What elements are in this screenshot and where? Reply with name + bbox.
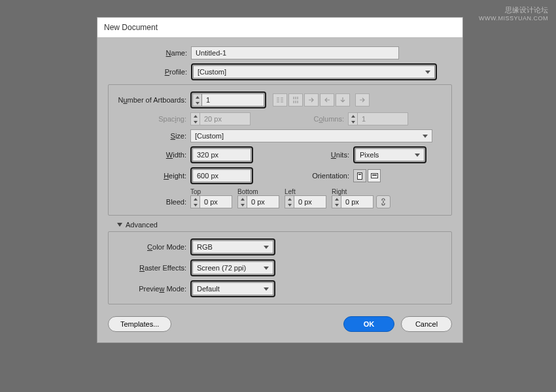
preview-select[interactable]: Default <box>192 282 273 295</box>
color-mode-label: Color Mode: <box>114 243 190 251</box>
spacing-stepper <box>190 112 251 125</box>
size-select[interactable]: [Custom] <box>190 129 432 142</box>
arrow-right2-icon <box>355 93 370 106</box>
raster-label: Raster Effects: <box>114 264 190 272</box>
artboards-stepper[interactable] <box>192 93 264 106</box>
artboards-label: Number of Artboards: <box>114 96 190 104</box>
bleed-link-button[interactable] <box>376 195 391 208</box>
cancel-button[interactable]: Cancel <box>401 316 452 332</box>
watermark: 思缘设计论坛 WWW.MISSYUAN.COM <box>479 5 548 22</box>
grid-col-icon <box>288 93 303 106</box>
templates-button[interactable]: Templates... <box>108 316 171 332</box>
height-input[interactable] <box>192 169 251 182</box>
raster-select[interactable]: Screen (72 ppi) <box>192 261 273 274</box>
width-label: Width: <box>114 151 190 159</box>
grid-row-icon <box>273 93 287 106</box>
width-input[interactable] <box>192 148 251 161</box>
bleed-top-stepper[interactable] <box>190 195 232 208</box>
dialog-title: New Document <box>97 18 462 37</box>
orientation-portrait-button[interactable] <box>353 169 366 182</box>
bleed-left-label: Left <box>285 188 332 195</box>
columns-stepper <box>348 112 408 125</box>
height-label: Height: <box>114 172 190 180</box>
orientation-label: Orientation: <box>253 172 353 180</box>
columns-label: Columns: <box>251 115 348 123</box>
ok-button[interactable]: OK <box>343 316 394 332</box>
arrow-down-icon <box>336 93 350 106</box>
bleed-label: Bleed: <box>114 198 190 206</box>
new-document-dialog: New Document Name: Profile: [Custom] Num… <box>97 17 463 343</box>
advanced-panel: Color Mode: RGB Raster Effects: Screen (… <box>108 231 452 304</box>
main-panel: Number of Artboards: Spacin <box>108 84 452 216</box>
arrow-right-icon <box>304 93 319 106</box>
bleed-bottom-stepper[interactable] <box>237 195 279 208</box>
bleed-left-stepper[interactable] <box>285 195 326 208</box>
arrow-left-icon <box>320 93 334 106</box>
bleed-right-label: Right <box>332 188 379 195</box>
orientation-landscape-button[interactable] <box>368 169 381 182</box>
units-select[interactable]: Pixels <box>355 148 425 161</box>
size-label: Size: <box>114 132 190 140</box>
spacing-label: Spacing: <box>114 115 190 123</box>
units-label: Units: <box>253 151 353 159</box>
name-input[interactable] <box>191 46 399 59</box>
bleed-top-label: Top <box>190 188 237 195</box>
profile-label: Profile: <box>108 68 191 76</box>
profile-select[interactable]: [Custom] <box>193 65 435 78</box>
name-label: Name: <box>108 49 191 57</box>
bleed-right-stepper[interactable] <box>332 195 374 208</box>
preview-label: Preview Mode: <box>114 285 190 293</box>
advanced-toggle[interactable]: Advanced <box>117 221 452 229</box>
color-mode-select[interactable]: RGB <box>192 240 273 253</box>
bleed-bottom-label: Bottom <box>237 188 285 195</box>
